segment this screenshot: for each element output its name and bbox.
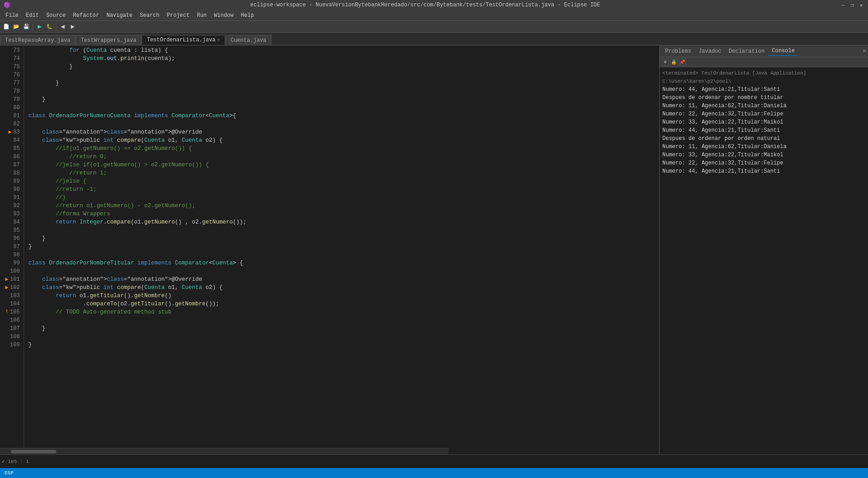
line-number: 82 bbox=[4, 120, 20, 128]
menu-item-project[interactable]: Project bbox=[163, 11, 193, 20]
code-line bbox=[29, 226, 659, 234]
editor-hscroll-thumb[interactable] bbox=[11, 450, 56, 453]
code-line: //forma Wrappers bbox=[29, 210, 659, 218]
menu-item-file[interactable]: File bbox=[2, 11, 22, 20]
line-number: 100 bbox=[4, 267, 20, 275]
rpanel-tab-declaration[interactable]: Declaration bbox=[725, 47, 768, 55]
status-language: ESP bbox=[5, 470, 14, 476]
tab-label: Cuenta.java bbox=[231, 37, 266, 44]
menu-item-search[interactable]: Search bbox=[136, 11, 163, 20]
line-number: 90 bbox=[4, 185, 20, 194]
line-number: 97 bbox=[4, 243, 20, 251]
console-line: Numero: 22, Agencia:32,Titular:Felipe bbox=[662, 159, 865, 167]
code-line: } bbox=[29, 95, 659, 104]
tab-label: TestRepasoArray.java bbox=[5, 37, 70, 44]
toolbar-open[interactable]: 📂 bbox=[12, 22, 21, 31]
line-number: 107 bbox=[4, 324, 20, 333]
editor-hscroll[interactable] bbox=[0, 448, 449, 454]
console-line: Numero: 33, Agencia:22,Titular:Maikol bbox=[662, 118, 865, 126]
status-position: ✔ 105 : 1 bbox=[2, 458, 29, 464]
code-area[interactable]: for (Cuenta cuenta : lista) { System.out… bbox=[24, 45, 659, 464]
line-number: 106 bbox=[4, 316, 20, 324]
line-number: 79 bbox=[4, 95, 20, 104]
line-number: 84 bbox=[4, 136, 20, 144]
toolbar-forward[interactable]: ▶ bbox=[68, 22, 77, 31]
code-line bbox=[29, 251, 659, 259]
line-number: !105 bbox=[4, 308, 20, 316]
menu-item-help[interactable]: Help bbox=[237, 11, 258, 20]
menu-item-run[interactable]: Run bbox=[193, 11, 211, 20]
code-line: //if(o1.getNumero() == o2.getNumero()) { bbox=[29, 144, 659, 153]
line-number: 76 bbox=[4, 71, 20, 79]
line-number: 87 bbox=[4, 161, 20, 169]
close-button[interactable]: ✕ bbox=[858, 2, 864, 8]
line-number: 80 bbox=[4, 104, 20, 112]
console-pin-btn[interactable]: 📌 bbox=[679, 59, 686, 66]
title-bar-controls: — ❐ ✕ bbox=[840, 2, 864, 8]
console-scroll-lock-btn[interactable]: 🔒 bbox=[670, 59, 677, 66]
code-line: for (Cuenta cuenta : lista) { bbox=[29, 46, 659, 55]
toolbar-sep-1 bbox=[33, 23, 33, 30]
console-line: Despues de ordenar por orden natural bbox=[662, 134, 865, 143]
rpanel-tab-problems[interactable]: Problems bbox=[661, 47, 695, 55]
status-bar: ESP bbox=[0, 468, 868, 478]
console-line: Numero: 44, Agencia:21,Titular:Santi bbox=[662, 85, 865, 94]
code-line: .compareTo(o2.getTitular().getNombre()); bbox=[29, 300, 659, 308]
code-line: class="annotation">class="annotation">@O… bbox=[29, 128, 659, 136]
menu-item-edit[interactable]: Edit bbox=[22, 11, 43, 20]
tab-close-icon[interactable]: × bbox=[217, 38, 220, 43]
line-number: 88 bbox=[4, 169, 20, 177]
toolbar-debug[interactable]: 🐛 bbox=[45, 22, 54, 31]
toolbar-sep-2 bbox=[56, 23, 56, 30]
rpanel-tab-javadoc[interactable]: Javadoc bbox=[695, 47, 725, 55]
code-line: } bbox=[29, 324, 659, 333]
line-number: ▶102 bbox=[4, 284, 20, 292]
line-number: 98 bbox=[4, 251, 20, 259]
rpanel-tab-console[interactable]: Console bbox=[768, 47, 798, 56]
line-number: 89 bbox=[4, 177, 20, 185]
code-line bbox=[29, 316, 659, 324]
code-line: System.out.println(cuenta); bbox=[29, 55, 659, 63]
line-number: ▶83 bbox=[4, 128, 20, 136]
code-line: class OrdenadorPorNumeroCuenta implement… bbox=[29, 112, 659, 120]
tab-TestRepasoArray-java[interactable]: TestRepasoArray.java bbox=[0, 35, 75, 45]
toolbar-run[interactable]: ▶ bbox=[35, 22, 44, 31]
minimize-button[interactable]: — bbox=[840, 2, 846, 8]
line-number: 81 bbox=[4, 112, 20, 120]
taskbar: ✔ 105 : 1 bbox=[0, 454, 868, 468]
menu-item-refactor[interactable]: Refactor bbox=[69, 11, 103, 20]
toolbar-new[interactable]: 📄 bbox=[2, 22, 11, 31]
menu-bar: FileEditSourceRefactorNavigateSearchProj… bbox=[0, 10, 868, 21]
line-number: 86 bbox=[4, 153, 20, 161]
code-line: return o1.getTitular().getNombre() bbox=[29, 292, 659, 300]
line-number: 91 bbox=[4, 194, 20, 202]
code-line bbox=[29, 71, 659, 79]
code-line: //}else if(o1.getNumero() > o2.getNumero… bbox=[29, 161, 659, 169]
terminated-label: <terminated> TestOrdenarLista [Java Appl… bbox=[662, 69, 865, 85]
line-number: 92 bbox=[4, 202, 20, 210]
console-line: Numero: 22, Agencia:32,Titular:Felipe bbox=[662, 110, 865, 118]
tab-label: TestWrappers.java bbox=[81, 37, 136, 44]
right-panel: ProblemsJavadocDeclarationConsole× ✕ 🔒 📌… bbox=[659, 45, 868, 464]
toolbar-back[interactable]: ◀ bbox=[58, 22, 67, 31]
code-line bbox=[29, 120, 659, 128]
rpanel-close-button[interactable]: × bbox=[863, 48, 866, 55]
editor-container: 73 74 75 76 77 78 79 80 81 82▶83 84 85 8… bbox=[0, 45, 659, 464]
menu-item-navigate[interactable]: Navigate bbox=[103, 11, 136, 20]
console-output: <terminated> TestOrdenarLista [Java Appl… bbox=[660, 67, 868, 458]
code-line bbox=[29, 104, 659, 112]
code-line: } bbox=[29, 63, 659, 71]
tab-Cuenta-java[interactable]: Cuenta.java bbox=[226, 35, 271, 45]
menu-item-window[interactable]: Window bbox=[210, 11, 237, 20]
line-number: ▶101 bbox=[4, 275, 20, 284]
console-clear-btn[interactable]: ✕ bbox=[661, 59, 669, 66]
tab-TestOrdenarLista-java[interactable]: TestOrdenarLista.java× bbox=[142, 35, 225, 45]
toolbar-save[interactable]: 💾 bbox=[22, 22, 31, 31]
line-number: 96 bbox=[4, 234, 20, 243]
menu-item-source[interactable]: Source bbox=[43, 11, 69, 20]
line-number: 85 bbox=[4, 144, 20, 153]
code-line bbox=[29, 87, 659, 95]
tab-TestWrappers-java[interactable]: TestWrappers.java bbox=[76, 35, 141, 45]
code-line: // TODO Auto-generated method stub bbox=[29, 308, 659, 316]
maximize-button[interactable]: ❐ bbox=[849, 2, 855, 8]
